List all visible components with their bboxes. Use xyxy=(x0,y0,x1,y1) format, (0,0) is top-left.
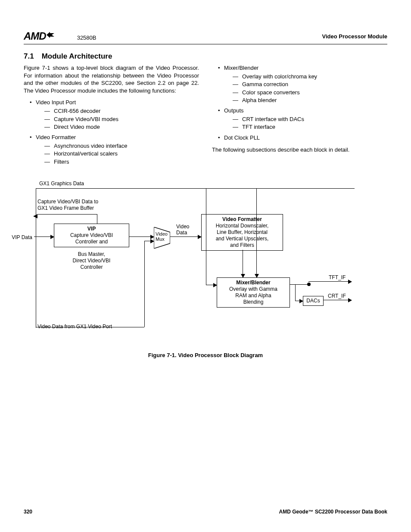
mixer-title: Mixer/Blender xyxy=(219,280,288,286)
mux-l1: Video xyxy=(156,231,168,236)
gx1-video-port-label: Video Data from GX1 Video Port xyxy=(37,324,112,330)
vip-title: VIP xyxy=(56,226,127,232)
left-column: Figure 7-1 shows a top-level block diagr… xyxy=(24,64,199,168)
bullet-head: Video Formatter xyxy=(36,134,76,140)
vd-l2: Data xyxy=(176,230,187,236)
vip-in-arrow xyxy=(34,236,54,237)
mixer-out-line xyxy=(290,284,308,285)
sub-list: CCIR-656 decoder Capture Video/VBI modes… xyxy=(36,107,199,131)
module-title: Video Processor Module xyxy=(322,33,387,40)
gx1-vertical-line xyxy=(206,188,206,285)
sub-item: Overlay with color/chroma key xyxy=(233,73,387,81)
doc-number: 32580B xyxy=(77,34,97,41)
sub-item: Direct Video mode xyxy=(44,123,199,131)
page-footer: 320 AMD Geode™ SC2200 Processor Data Boo… xyxy=(24,509,387,515)
to-dacs-vline xyxy=(295,284,296,301)
right-bullet-list: Mixer/Blender Overlay with color/chroma … xyxy=(212,64,387,142)
vip-to-mux-arrow xyxy=(129,236,154,237)
figure-caption: Figure 7-1. Video Processor Block Diagra… xyxy=(24,352,387,358)
bullet-head: Dot Clock PLL xyxy=(224,134,260,141)
list-item: Video Formatter Asynchronous video inter… xyxy=(30,134,199,166)
fmt-title: Video Formatter xyxy=(203,216,281,223)
intro-paragraph: Figure 7-1 shows a top-level block diagr… xyxy=(24,64,199,94)
capture-hline xyxy=(37,214,97,215)
bullet-head: Mixer/Blender xyxy=(224,65,258,71)
crt-if-label: CRT_IF xyxy=(328,293,346,299)
section-number: 7.1 xyxy=(24,52,34,60)
vip-line: Controller and xyxy=(56,239,127,245)
mux-label: Video Mux xyxy=(156,231,168,242)
dacs-block: DACs xyxy=(303,296,324,306)
sub-item: CRT interface with DACs xyxy=(233,115,387,123)
list-item: Mixer/Blender Overlay with color/chroma … xyxy=(218,64,387,104)
fmt-line: Line Buffer, Horizontal xyxy=(203,229,281,236)
mixer-line: Overlay with Gamma xyxy=(219,286,288,292)
logo-arrow-icon xyxy=(46,29,56,41)
sub-list: Overlay with color/chroma key Gamma corr… xyxy=(224,73,387,104)
bottom-vline xyxy=(144,241,145,327)
header-left: AMD 32580B xyxy=(24,30,96,42)
logo-text: AMD xyxy=(24,30,46,42)
sub-item: CCIR-656 decoder xyxy=(44,107,199,115)
sub-list: CRT interface with DACs TFT interface xyxy=(224,115,387,131)
sub-item: Gamma correction xyxy=(233,81,387,88)
gx1-to-mixer-arrow xyxy=(206,285,217,285)
page-number: 320 xyxy=(24,509,32,515)
bullet-head: Outputs xyxy=(224,107,244,114)
right-column: Mixer/Blender Overlay with color/chroma … xyxy=(212,64,387,168)
mixer-line: RAM and Alpha xyxy=(219,292,288,299)
crt-arrow xyxy=(324,300,352,300)
tft-arrow xyxy=(308,281,352,282)
gx1-graphics-label: GX1 Graphics Data xyxy=(39,180,84,187)
capture-label-l2: GX1 Video Frame Buffer xyxy=(37,205,94,211)
dacs-text: DACs xyxy=(306,298,320,304)
fmt-line: Horizontal Downscaler, xyxy=(203,223,281,229)
video-formatter-block: Video Formatter Horizontal Downscaler, L… xyxy=(201,214,283,251)
sub-item: Horizontal/vertical scalers xyxy=(44,150,199,158)
list-item: Video Input Port CCIR-656 decoder Captur… xyxy=(30,99,199,131)
sub-item: Capture Video/VBI modes xyxy=(44,115,199,123)
to-dacs-arrow xyxy=(295,301,303,301)
sub-item: TFT interface xyxy=(233,123,387,131)
top-bus-line xyxy=(36,188,355,189)
fmt-line: and Filters xyxy=(203,242,281,249)
content-columns: Figure 7-1 shows a top-level block diagr… xyxy=(24,64,387,168)
vip-line: Capture Video/VBI xyxy=(56,232,127,239)
vip-block: VIP Capture Video/VBI Controller and xyxy=(54,224,129,247)
formatter-to-mixer-arrow xyxy=(243,250,243,277)
followup-paragraph: The following subsections describe each … xyxy=(212,146,387,154)
bottom-to-mux-arrow xyxy=(144,241,154,241)
mixer-line: Blending xyxy=(219,299,288,305)
vip-extra-line: Direct Video/VBI xyxy=(54,258,129,264)
left-vertical-line xyxy=(36,188,36,328)
vip-extra-line: Bus Master, xyxy=(54,251,129,258)
sub-item: Color space converters xyxy=(233,89,387,96)
video-data-label: Video Data xyxy=(176,224,189,236)
vip-extra-line: Controller xyxy=(54,264,129,271)
fmt-line: and Vertical Upscalers, xyxy=(203,236,281,242)
sub-list: Asynchronous video interface Horizontal/… xyxy=(36,142,199,166)
vip-extra-text: Bus Master, Direct Video/VBI Controller xyxy=(54,251,129,271)
section-heading: 7.1Module Architecture xyxy=(24,52,387,61)
page-header: AMD 32580B Video Processor Module xyxy=(24,30,387,44)
block-diagram: GX1 Graphics Data Capture Video/VBI Data… xyxy=(24,180,387,358)
junction-dot-icon xyxy=(307,283,311,286)
section-title-text: Module Architecture xyxy=(42,52,112,60)
capture-label: Capture Video/VBI Data to GX1 Video Fram… xyxy=(37,199,98,212)
gx1-to-mixer-line xyxy=(256,188,257,277)
list-item: Dot Clock PLL xyxy=(218,134,387,142)
mixer-blender-block: Mixer/Blender Overlay with Gamma RAM and… xyxy=(217,277,290,308)
amd-logo: AMD xyxy=(24,30,56,42)
capture-label-l1: Capture Video/VBI Data to xyxy=(37,199,98,205)
left-bullet-list: Video Input Port CCIR-656 decoder Captur… xyxy=(24,99,199,166)
diagram-canvas: GX1 Graphics Data Capture Video/VBI Data… xyxy=(28,180,364,344)
left-arrow-icon xyxy=(33,214,37,218)
sub-item: Asynchronous video interface xyxy=(44,142,199,150)
book-title: AMD Geode™ SC2200 Processor Data Book xyxy=(279,509,387,515)
mux-to-formatter-arrow xyxy=(170,236,201,237)
vip-up-line xyxy=(97,214,97,224)
bullet-head: Video Input Port xyxy=(36,99,76,106)
sub-item: Filters xyxy=(44,158,199,166)
vip-data-label: VIP Data xyxy=(6,234,32,240)
tft-if-label: TFT_IF xyxy=(329,274,346,280)
